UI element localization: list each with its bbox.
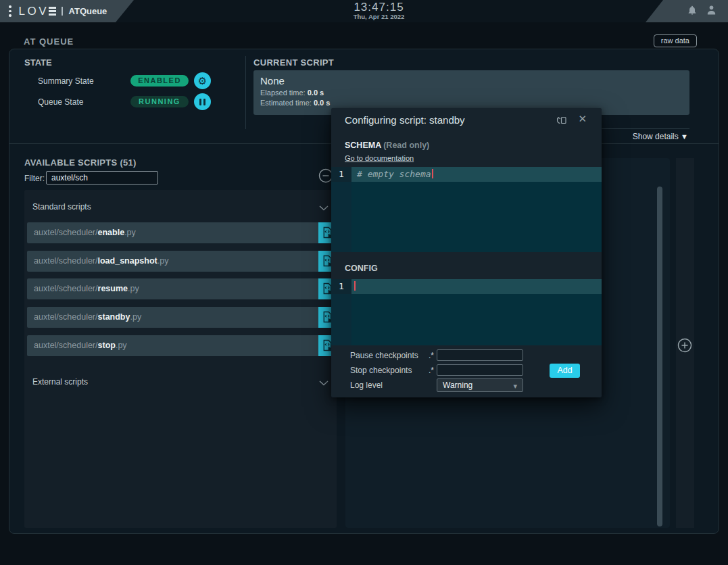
love-atqueue-screen: LOV ATQueue 13:47:15 Thu, Apr 21 2022 AT… bbox=[0, 0, 728, 565]
add-button[interactable]: Add bbox=[550, 364, 580, 378]
estimated-time: Estimated time: 0.0 s bbox=[260, 99, 689, 107]
schema-title: SCHEMA bbox=[345, 141, 381, 150]
schema-line-number: 1 bbox=[331, 167, 351, 182]
schema-readonly-label: (Read only) bbox=[383, 141, 429, 150]
section-divider-right bbox=[591, 128, 689, 129]
text-cursor bbox=[432, 169, 433, 178]
config-active-line bbox=[351, 279, 602, 294]
pause-queue-button[interactable] bbox=[194, 93, 211, 110]
text-cursor bbox=[354, 281, 356, 291]
script-row-resume[interactable]: auxtel/scheduler/resume.py bbox=[27, 278, 336, 299]
stop-checkpoints-label: Stop checkpoints bbox=[350, 366, 412, 375]
script-prefix: auxtel/scheduler/ bbox=[34, 341, 98, 350]
clock-date: Thu, Apr 21 2022 bbox=[354, 13, 405, 20]
script-name: resume bbox=[98, 284, 128, 293]
pause-checkpoints-regex: .* bbox=[416, 351, 434, 360]
script-path: auxtel/scheduler/load_snapshot.py bbox=[27, 251, 318, 272]
topbar-right-section bbox=[646, 0, 728, 22]
schema-code-line: # empty schema bbox=[357, 167, 433, 182]
script-row-load-snapshot[interactable]: auxtel/scheduler/load_snapshot.py bbox=[27, 251, 336, 272]
topbar: LOV ATQueue 13:47:15 Thu, Apr 21 2022 bbox=[0, 0, 728, 22]
clock: 13:47:15 Thu, Apr 21 2022 bbox=[354, 1, 405, 20]
script-name: stop bbox=[98, 341, 116, 350]
close-icon: ✕ bbox=[578, 113, 587, 124]
available-scripts-title: AVAILABLE SCRIPTS (51) bbox=[24, 157, 137, 168]
chevron-down-icon bbox=[319, 203, 329, 213]
script-prefix: auxtel/scheduler/ bbox=[34, 256, 98, 266]
config-line-number: 1 bbox=[331, 279, 351, 294]
script-row-standby[interactable]: auxtel/scheduler/standby.py bbox=[27, 307, 336, 328]
stop-checkpoints-input[interactable] bbox=[437, 364, 523, 376]
queue-state-label: Queue State bbox=[38, 97, 83, 107]
script-row-stop[interactable]: auxtel/scheduler/stop.py bbox=[27, 335, 336, 356]
log-level-value: Warning bbox=[443, 380, 472, 390]
show-details-toggle[interactable]: Show details ▼ bbox=[633, 132, 688, 141]
estimated-time-label: Estimated time: bbox=[260, 99, 312, 107]
script-name: load_snapshot bbox=[98, 256, 157, 266]
documentation-link[interactable]: Go to documentation bbox=[345, 154, 414, 162]
script-prefix: auxtel/scheduler/ bbox=[34, 284, 98, 293]
detach-icon bbox=[556, 114, 568, 126]
modal-title: Configuring script: standby bbox=[345, 114, 465, 126]
state-section-title: STATE bbox=[24, 57, 52, 68]
script-ext: .py bbox=[116, 341, 127, 350]
script-ext: .py bbox=[130, 312, 141, 322]
script-row-enable[interactable]: auxtel/scheduler/enable.py bbox=[27, 222, 336, 243]
external-scripts-group-header[interactable]: External scripts bbox=[32, 377, 329, 387]
schema-editor[interactable]: 1 # empty schema bbox=[331, 167, 602, 252]
detach-window-button[interactable] bbox=[556, 114, 568, 126]
gear-icon: ⚙ bbox=[198, 76, 207, 86]
script-ext: .py bbox=[157, 256, 169, 266]
page-title: ATQueue bbox=[69, 6, 107, 16]
expand-panel-button[interactable] bbox=[677, 338, 692, 353]
pause-checkpoints-input[interactable] bbox=[437, 349, 523, 361]
state-current-divider bbox=[245, 56, 246, 129]
love-logo: LOV bbox=[19, 5, 49, 18]
user-account-icon[interactable] bbox=[706, 4, 717, 18]
filter-label: Filter: bbox=[24, 174, 45, 183]
standard-scripts-group-header[interactable]: Standard scripts bbox=[32, 202, 329, 212]
script-path: auxtel/scheduler/stop.py bbox=[27, 335, 318, 356]
pause-icon bbox=[199, 99, 205, 105]
script-path: auxtel/scheduler/resume.py bbox=[27, 278, 318, 299]
config-editor[interactable]: 1 bbox=[331, 279, 602, 345]
elapsed-time-value: 0.0 s bbox=[308, 89, 324, 97]
script-path: auxtel/scheduler/standby.py bbox=[27, 307, 318, 328]
schema-code-text: # empty schema bbox=[357, 169, 431, 179]
log-level-label: Log level bbox=[350, 380, 383, 390]
standard-scripts-label: Standard scripts bbox=[32, 202, 91, 212]
script-ext: .py bbox=[124, 228, 136, 237]
show-details-label: Show details bbox=[633, 132, 679, 141]
summary-state-gear-button[interactable]: ⚙ bbox=[194, 72, 211, 89]
clock-time: 13:47:15 bbox=[354, 1, 405, 13]
show-details-caret-icon: ▼ bbox=[681, 132, 688, 141]
raw-data-button[interactable]: raw data bbox=[654, 34, 697, 47]
filter-input[interactable] bbox=[46, 171, 158, 185]
config-code-line bbox=[354, 279, 356, 294]
external-scripts-label: External scripts bbox=[32, 377, 88, 387]
brand-separator bbox=[62, 7, 63, 16]
log-level-select[interactable]: Warning ▾ bbox=[437, 378, 523, 392]
notifications-bell-icon[interactable] bbox=[687, 5, 698, 18]
script-prefix: auxtel/scheduler/ bbox=[34, 312, 98, 322]
pause-checkpoints-label: Pause checkpoints bbox=[350, 351, 418, 360]
close-modal-button[interactable]: ✕ bbox=[578, 113, 587, 125]
select-caret-icon: ▾ bbox=[513, 380, 517, 392]
configure-script-modal: Configuring script: standby ✕ SCHEMA (Re… bbox=[331, 108, 602, 397]
menu-dots-icon[interactable] bbox=[9, 5, 11, 17]
queue-scrollbar[interactable] bbox=[657, 187, 662, 526]
script-prefix: auxtel/scheduler/ bbox=[34, 228, 98, 237]
queue-state-badge: RUNNING bbox=[130, 96, 189, 107]
script-name: standby bbox=[98, 312, 130, 322]
elapsed-time-label: Elapsed time: bbox=[260, 89, 306, 97]
summary-state-badge: ENABLED bbox=[130, 75, 189, 87]
circle-plus-icon bbox=[677, 338, 692, 353]
script-path: auxtel/scheduler/enable.py bbox=[27, 222, 318, 243]
current-script-name: None bbox=[260, 75, 689, 87]
config-heading: CONFIG bbox=[345, 264, 378, 273]
estimated-time-value: 0.0 s bbox=[314, 99, 330, 107]
scripts-list-panel: Standard scripts auxtel/scheduler/enable… bbox=[24, 190, 337, 528]
chevron-down-icon bbox=[319, 378, 329, 388]
current-script-title: CURRENT SCRIPT bbox=[253, 57, 334, 68]
panel-title: AT QUEUE bbox=[24, 36, 74, 47]
